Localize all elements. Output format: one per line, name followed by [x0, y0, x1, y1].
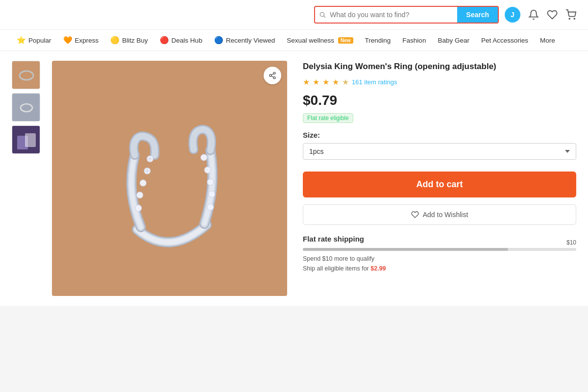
svg-point-27: [207, 179, 214, 185]
svg-point-13: [273, 77, 275, 79]
svg-point-2: [569, 18, 570, 19]
thumbnail-image-2: [12, 94, 40, 121]
product-title: Delysia King Women's Ring (opening adjus…: [303, 61, 576, 73]
svg-point-23: [137, 192, 143, 198]
svg-point-0: [320, 12, 324, 16]
product-price: $0.79: [303, 93, 576, 108]
nav-bar: ⭐ Popular 🧡 Express 🟡 Blitz Buy 🔴 Deals …: [0, 30, 588, 51]
star-1: ★: [303, 77, 310, 87]
deals-icon: 🔴: [160, 36, 169, 45]
page-wrapper: Search J ⭐ Popular 🧡 Express: [0, 0, 588, 306]
nav-baby-gear[interactable]: Baby Gear: [433, 31, 474, 50]
thumbnail-1[interactable]: [12, 61, 40, 89]
wishlist-label: Add to Wishlist: [423, 211, 468, 219]
nav-express-label: Express: [75, 37, 99, 44]
express-icon: 🧡: [63, 36, 73, 45]
svg-line-14: [271, 76, 274, 77]
size-label: Size:: [303, 131, 576, 139]
flat-rate-badge: Flat rate eligible: [303, 113, 353, 123]
nav-sexual-wellness-label: Sexual wellness: [287, 37, 334, 44]
nav-blitz-buy[interactable]: 🟡 Blitz Buy: [105, 30, 153, 50]
cart-button[interactable]: [565, 9, 576, 20]
new-badge: New: [338, 37, 353, 44]
flat-shipping-title: Flat rate shipping: [303, 235, 576, 243]
shipping-info-line2: Ship all eligible items for: [303, 265, 369, 272]
size-select[interactable]: 1pcs: [303, 143, 576, 160]
shipping-price: $2.99: [370, 265, 386, 272]
nav-recent-label: Recently Viewed: [226, 37, 275, 44]
svg-rect-6: [12, 94, 40, 122]
svg-point-25: [200, 154, 207, 161]
nav-more[interactable]: More: [535, 31, 560, 50]
svg-rect-4: [12, 61, 40, 89]
svg-point-26: [204, 167, 211, 173]
shipping-bar-fill: [303, 248, 508, 251]
nav-trending-label: Trending: [365, 37, 391, 44]
shipping-threshold-label: $10: [566, 239, 576, 246]
nav-pet-accessories[interactable]: Pet Accessories: [476, 31, 533, 50]
nav-fashion-label: Fashion: [402, 37, 426, 44]
nav-popular-label: Popular: [28, 37, 51, 44]
search-input[interactable]: [330, 7, 457, 23]
shipping-bar-background: [303, 248, 576, 251]
user-avatar[interactable]: J: [505, 7, 520, 23]
thumbnail-2[interactable]: [12, 93, 40, 122]
nav-deals-label: Deals Hub: [172, 37, 202, 44]
thumbnail-image-1: [12, 61, 40, 89]
nav-baby-gear-label: Baby Gear: [438, 37, 469, 44]
add-to-cart-button[interactable]: Add to cart: [303, 172, 576, 197]
nav-deals-hub[interactable]: 🔴 Deals Hub: [155, 30, 207, 50]
svg-point-22: [140, 180, 146, 186]
blitz-icon: 🟡: [110, 36, 120, 45]
header: Search J: [0, 0, 588, 30]
ratings-link[interactable]: 161 item ratings: [352, 78, 397, 86]
svg-line-1: [324, 16, 325, 18]
notifications-button[interactable]: [528, 9, 539, 20]
star-3: ★: [322, 77, 329, 87]
thumbnail-image-3: [12, 126, 40, 153]
thumbnail-3[interactable]: [12, 125, 40, 154]
star-4: ★: [332, 77, 339, 87]
search-button[interactable]: Search: [457, 7, 498, 23]
cart-icon-wrap: [565, 9, 576, 20]
nav-express[interactable]: 🧡 Express: [58, 30, 104, 50]
svg-point-28: [209, 191, 215, 197]
add-to-wishlist-button[interactable]: Add to Wishlist: [303, 204, 576, 225]
svg-line-15: [271, 74, 274, 75]
star-rating: ★ ★ ★ ★ ★ 161 item ratings: [303, 77, 576, 87]
ring-illustration: [86, 90, 253, 267]
popular-icon: ⭐: [17, 36, 26, 45]
svg-point-12: [270, 74, 271, 76]
thumbnail-list: [12, 61, 40, 296]
star-2: ★: [313, 77, 319, 87]
search-box: Search: [314, 6, 499, 24]
svg-point-24: [135, 205, 142, 211]
search-icon: [315, 11, 330, 18]
svg-point-11: [273, 72, 275, 74]
nav-trending[interactable]: Trending: [360, 31, 396, 50]
nav-more-label: More: [540, 37, 555, 44]
share-button[interactable]: [264, 67, 281, 84]
nav-popular[interactable]: ⭐ Popular: [12, 30, 56, 50]
shipping-progress-bar: $10: [303, 248, 576, 251]
svg-rect-10: [25, 133, 36, 147]
shipping-info-line1: Spend $10 more to qualify: [303, 255, 374, 262]
nav-fashion[interactable]: Fashion: [397, 31, 431, 50]
star-5-half: ★: [342, 77, 349, 87]
main-content: Delysia King Women's Ring (opening adjus…: [0, 51, 588, 306]
recent-icon: 🔵: [214, 36, 223, 45]
nav-blitz-label: Blitz Buy: [122, 37, 148, 44]
svg-point-29: [207, 204, 214, 210]
header-icons: J: [505, 7, 576, 23]
wishlist-button[interactable]: [547, 9, 558, 20]
nav-recently-viewed[interactable]: 🔵 Recently Viewed: [209, 30, 280, 50]
nav-pet-accessories-label: Pet Accessories: [481, 37, 528, 44]
product-main-image: [52, 61, 287, 296]
svg-point-3: [574, 18, 575, 19]
nav-sexual-wellness[interactable]: Sexual wellness New: [282, 31, 358, 50]
shipping-info: Spend $10 more to qualify Ship all eligi…: [303, 254, 576, 273]
product-info: Delysia King Women's Ring (opening adjus…: [299, 61, 576, 296]
